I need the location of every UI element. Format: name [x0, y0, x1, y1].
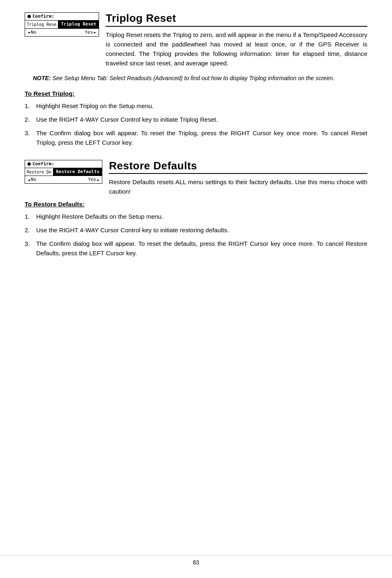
- restore-sub-heading: To Restore Defaults:: [25, 201, 367, 208]
- triplog-no-btn: No: [28, 30, 36, 35]
- triplog-title: Triplog Reset: [106, 12, 367, 24]
- restore-step-2-num: 2.: [25, 225, 36, 235]
- triplog-note-text: See Setup Menu Tab: Select Readouts (Adv…: [51, 75, 334, 81]
- restore-step-2-text: Use the RIGHT 4-WAY Cursor Control key t…: [36, 225, 367, 235]
- restore-step-3: 3. The Confirm dialog box will appear. T…: [25, 239, 367, 258]
- restore-confirm-label: Confirm:: [32, 161, 54, 167]
- triplog-step-1-num: 1.: [25, 101, 36, 111]
- restore-bullet-icon: [28, 162, 31, 166]
- restore-no-btn: No: [28, 177, 36, 183]
- restore-intro: Restore Defaults resets ALL menu setting…: [109, 177, 367, 197]
- restore-device-ui: Confirm: Restore De Restore Defaults No …: [25, 160, 102, 184]
- triplog-yes-btn: Yes: [85, 30, 96, 35]
- triplog-steps-list: 1. Highlight Reset Triplog on the Setup …: [25, 101, 367, 148]
- triplog-title-block: Triplog Reset Triplog Reset resets the T…: [106, 12, 367, 68]
- triplog-divider: [106, 26, 367, 27]
- restore-menu-item: Restore Defaults: [53, 168, 102, 176]
- triplog-menu-label: Triplog Rese: [25, 21, 58, 28]
- triplog-note: NOTE: See Setup Menu Tab: Select Readout…: [33, 74, 359, 83]
- triplog-note-label: NOTE:: [33, 75, 51, 81]
- triplog-step-2-text: Use the RIGHT 4-WAY Cursor Control key t…: [36, 115, 367, 124]
- restore-header: Confirm: Restore De Restore Defaults No …: [25, 160, 367, 197]
- triplog-sub-heading: To Reset Triplog:: [25, 90, 367, 97]
- triplog-header: Confirm: Triplog Rese Triplog Reset No Y…: [25, 12, 367, 68]
- triplog-reset-section: Confirm: Triplog Rese Triplog Reset No Y…: [25, 12, 367, 148]
- restore-step-1: 1. Highlight Restore Defaults on the Set…: [25, 212, 367, 221]
- triplog-confirm-label: Confirm:: [32, 14, 54, 19]
- restore-title-block: Restore Defaults Restore Defaults resets…: [109, 160, 367, 197]
- restore-intro-bold: Restore Defaults: [109, 178, 155, 185]
- restore-step-1-num: 1.: [25, 212, 36, 221]
- triplog-device-ui: Confirm: Triplog Rese Triplog Reset No Y…: [25, 12, 99, 37]
- triplog-step-1: 1. Highlight Reset Triplog on the Setup …: [25, 101, 367, 111]
- triplog-step-1-text: Highlight Reset Triplog on the Setup men…: [36, 101, 367, 111]
- triplog-step-3-text: The Confirm dialog box will appear. To r…: [36, 128, 367, 148]
- triplog-menu-item: Triplog Reset: [58, 21, 99, 28]
- restore-step-1-text: Highlight Restore Defaults on the Setup …: [36, 212, 367, 221]
- restore-step-2: 2. Use the RIGHT 4-WAY Cursor Control ke…: [25, 225, 367, 235]
- restore-title: Restore Defaults: [109, 160, 367, 172]
- triplog-step-3: 3. The Confirm dialog box will appear. T…: [25, 128, 367, 148]
- restore-defaults-section: Confirm: Restore De Restore Defaults No …: [25, 160, 367, 258]
- restore-step-3-text: The Confirm dialog box will appear. To r…: [36, 239, 367, 258]
- bullet-icon: [28, 15, 31, 18]
- triplog-intro-text: resets the Triplog to zero, and will app…: [106, 31, 367, 67]
- restore-step-3-num: 3.: [25, 239, 36, 248]
- page-footer: 83: [0, 555, 392, 566]
- restore-divider: [109, 173, 367, 174]
- restore-menu-label: Restore De: [25, 169, 53, 176]
- triplog-step-3-num: 3.: [25, 128, 36, 138]
- page-number: 83: [193, 559, 199, 566]
- triplog-intro: Triplog Reset resets the Triplog to zero…: [106, 30, 367, 68]
- restore-yes-btn: Yes: [88, 177, 99, 183]
- triplog-step-2-num: 2.: [25, 115, 36, 124]
- triplog-intro-bold: Triplog Reset: [106, 31, 142, 38]
- triplog-step-2: 2. Use the RIGHT 4-WAY Cursor Control ke…: [25, 115, 367, 124]
- restore-steps-list: 1. Highlight Restore Defaults on the Set…: [25, 212, 367, 258]
